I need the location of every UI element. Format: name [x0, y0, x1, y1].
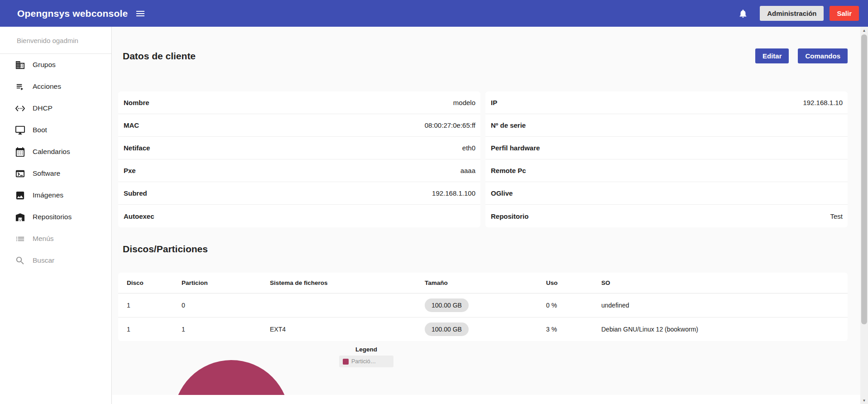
sidebar-item-software[interactable]: Software: [0, 163, 111, 184]
list-icon: [14, 233, 25, 244]
field-label: Nº de serie: [491, 121, 526, 129]
sidebar-item-boot[interactable]: Boot: [0, 119, 111, 141]
sidebar-item-calendarios[interactable]: Calendarios: [0, 141, 111, 163]
cell-disco: 1: [118, 317, 182, 341]
sidebar: Bienvenido ogadmin Grupos Acciones DHCP …: [0, 27, 112, 404]
calendar-icon: [14, 146, 25, 157]
main-area: Datos de cliente Editar Comandos Nombre …: [112, 27, 868, 404]
legend-item[interactable]: Partició…: [339, 356, 393, 367]
sidebar-item-dhcp[interactable]: DHCP: [0, 97, 111, 119]
partition-pie-chart: Legend Partició…: [118, 341, 848, 395]
field-label: Perfil hardware: [491, 144, 540, 152]
size-chip: 100.00 GB: [425, 298, 469, 312]
sidebar-item-repositorios[interactable]: Repositorios: [0, 206, 111, 228]
scroll-down-arrow[interactable]: ▼: [860, 397, 868, 404]
sidebar-item-label: Boot: [33, 126, 47, 134]
size-chip: 100.00 GB: [425, 322, 469, 336]
sidebar-item-label: Imágenes: [33, 191, 63, 199]
scroll-up-arrow[interactable]: ▲: [860, 27, 868, 34]
field-value: 192.168.1.10: [803, 99, 843, 106]
field-row-mac: MAC 08:00:27:0e:65:ff: [118, 114, 480, 137]
image-icon: [14, 190, 25, 201]
search-icon: [14, 255, 25, 266]
legend-swatch: [343, 359, 349, 365]
partitions-table-card: Disco Particion Sistema de ficheros Tama…: [118, 273, 848, 341]
sidebar-item-imagenes[interactable]: Imágenes: [0, 184, 111, 206]
monitor-icon: [14, 125, 25, 135]
cell-so: Debian GNU/Linux 12 (bookworm): [601, 317, 848, 341]
legend-label: Partició…: [351, 358, 376, 365]
sidebar-item-grupos[interactable]: Grupos: [0, 54, 111, 76]
scrollbar-thumb[interactable]: [861, 34, 867, 324]
field-row-subred: Subred 192.168.1.100: [118, 182, 480, 205]
sidebar-item-label: Calendarios: [33, 148, 70, 156]
field-label: Autoexec: [124, 212, 154, 220]
playlist-icon: [14, 81, 25, 92]
table-header-row: Disco Particion Sistema de ficheros Tama…: [118, 273, 848, 293]
field-label: Repositorio: [491, 212, 528, 220]
table-row: 1 0 100.00 GB 0 % undefined: [118, 293, 848, 317]
field-row-oglive: OGlive: [485, 182, 848, 205]
field-row-remote-pc: Remote Pc: [485, 159, 848, 182]
sidebar-item-label: Menús: [33, 235, 54, 243]
logout-button[interactable]: Salir: [830, 6, 859, 21]
cell-disco: 1: [118, 293, 182, 317]
commands-button[interactable]: Comandos: [798, 48, 848, 63]
app-header: Opengnsys webconsole Administración Sali…: [0, 0, 868, 27]
sidebar-item-menus[interactable]: Menús: [0, 228, 111, 250]
cell-tamano: 100.00 GB: [425, 317, 546, 341]
buildings-icon: [14, 59, 25, 70]
pie-slice[interactable]: [173, 360, 289, 395]
field-row-ip: IP 192.168.1.10: [485, 91, 848, 114]
field-label: IP: [491, 99, 497, 106]
sidebar-item-label: DHCP: [33, 104, 53, 112]
col-tamano: Tamaño: [425, 273, 546, 293]
field-value: eth0: [462, 144, 475, 152]
field-row-netiface: Netiface eth0: [118, 137, 480, 159]
cell-particion: 1: [182, 317, 270, 341]
terminal-icon: [14, 168, 25, 179]
page-title: Datos de cliente: [118, 51, 196, 62]
sidebar-item-buscar[interactable]: Buscar: [0, 250, 111, 271]
partitions-section-title: Discos/Particiones: [118, 244, 848, 255]
field-row-nombre: Nombre modelo: [118, 91, 480, 114]
field-row-perfil-hardware: Perfil hardware: [485, 137, 848, 159]
field-label: Subred: [124, 189, 147, 197]
vertical-scrollbar[interactable]: ▲ ▼: [860, 27, 868, 404]
partitions-table: Disco Particion Sistema de ficheros Tama…: [118, 273, 848, 341]
cell-uso: 0 %: [546, 293, 601, 317]
field-value: aaaa: [460, 167, 475, 174]
col-particion: Particion: [182, 273, 270, 293]
sidebar-item-acciones[interactable]: Acciones: [0, 76, 111, 97]
notifications-bell-icon[interactable]: [738, 9, 748, 19]
cell-tamano: 100.00 GB: [425, 293, 546, 317]
client-fields-right-card: IP 192.168.1.10 Nº de serie Perfil hardw…: [485, 91, 848, 227]
cell-sistema: [270, 293, 425, 317]
ethernet-icon: [14, 103, 25, 114]
field-value: 192.168.1.100: [432, 189, 475, 197]
app-title: Opengnsys webconsole: [17, 8, 128, 19]
sidebar-item-label: Repositorios: [33, 213, 72, 221]
col-sistema: Sistema de ficheros: [270, 273, 425, 293]
cell-sistema: EXT4: [270, 317, 425, 341]
cell-particion: 0: [182, 293, 270, 317]
sidebar-item-label: Grupos: [33, 61, 56, 69]
field-label: OGlive: [491, 189, 513, 197]
col-uso: Uso: [546, 273, 601, 293]
table-row: 1 1 EXT4 100.00 GB 3 % Debian GNU/Linux …: [118, 317, 848, 341]
sidebar-item-label: Acciones: [33, 82, 61, 91]
field-label: Nombre: [124, 99, 149, 106]
warehouse-icon: [14, 212, 25, 222]
field-value: 08:00:27:0e:65:ff: [425, 121, 475, 129]
menu-icon[interactable]: [135, 8, 146, 19]
field-value: Test: [830, 212, 843, 220]
field-row-autoexec: Autoexec: [118, 205, 480, 227]
field-row-serial: Nº de serie: [485, 114, 848, 137]
edit-button[interactable]: Editar: [755, 48, 789, 63]
chart-legend: Legend Partició…: [339, 346, 393, 367]
legend-title: Legend: [339, 346, 393, 353]
field-value: modelo: [453, 99, 475, 106]
field-row-pxe: Pxe aaaa: [118, 159, 480, 182]
page-bottom-gap: [112, 395, 860, 404]
administration-button[interactable]: Administración: [760, 6, 824, 21]
